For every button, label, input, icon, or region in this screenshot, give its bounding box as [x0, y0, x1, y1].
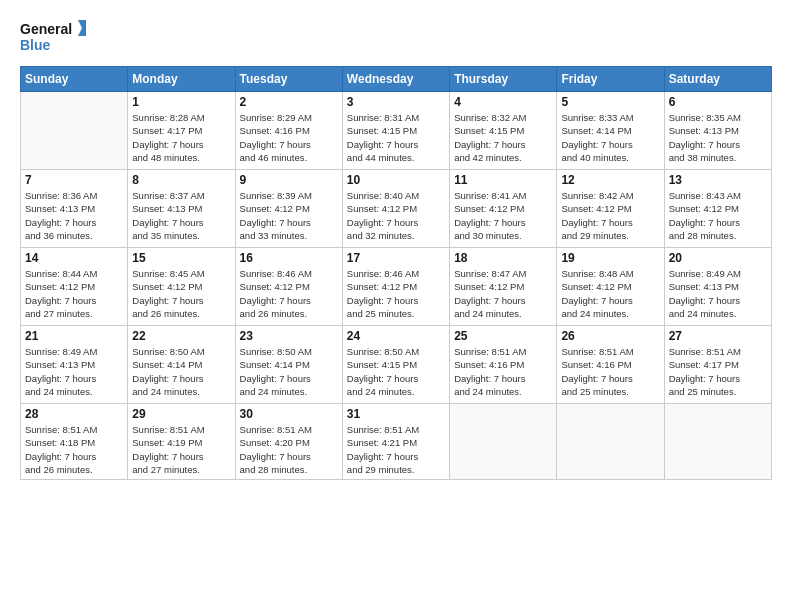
- day-number: 10: [347, 173, 445, 187]
- day-info: Sunrise: 8:51 AM Sunset: 4:16 PM Dayligh…: [454, 345, 552, 398]
- weekday-header-thursday: Thursday: [450, 67, 557, 92]
- calendar-cell: 8Sunrise: 8:37 AM Sunset: 4:13 PM Daylig…: [128, 170, 235, 248]
- calendar-cell: 15Sunrise: 8:45 AM Sunset: 4:12 PM Dayli…: [128, 248, 235, 326]
- calendar-cell: [664, 404, 771, 480]
- calendar-cell: 4Sunrise: 8:32 AM Sunset: 4:15 PM Daylig…: [450, 92, 557, 170]
- calendar-cell: 16Sunrise: 8:46 AM Sunset: 4:12 PM Dayli…: [235, 248, 342, 326]
- calendar-cell: 21Sunrise: 8:49 AM Sunset: 4:13 PM Dayli…: [21, 326, 128, 404]
- week-row-4: 21Sunrise: 8:49 AM Sunset: 4:13 PM Dayli…: [21, 326, 772, 404]
- calendar-cell: 30Sunrise: 8:51 AM Sunset: 4:20 PM Dayli…: [235, 404, 342, 480]
- day-info: Sunrise: 8:40 AM Sunset: 4:12 PM Dayligh…: [347, 189, 445, 242]
- weekday-header-wednesday: Wednesday: [342, 67, 449, 92]
- day-info: Sunrise: 8:41 AM Sunset: 4:12 PM Dayligh…: [454, 189, 552, 242]
- day-info: Sunrise: 8:51 AM Sunset: 4:21 PM Dayligh…: [347, 423, 445, 476]
- day-info: Sunrise: 8:50 AM Sunset: 4:14 PM Dayligh…: [240, 345, 338, 398]
- day-info: Sunrise: 8:44 AM Sunset: 4:12 PM Dayligh…: [25, 267, 123, 320]
- day-number: 13: [669, 173, 767, 187]
- calendar-cell: 22Sunrise: 8:50 AM Sunset: 4:14 PM Dayli…: [128, 326, 235, 404]
- calendar-table: SundayMondayTuesdayWednesdayThursdayFrid…: [20, 66, 772, 480]
- day-number: 16: [240, 251, 338, 265]
- day-info: Sunrise: 8:49 AM Sunset: 4:13 PM Dayligh…: [669, 267, 767, 320]
- calendar-cell: 17Sunrise: 8:46 AM Sunset: 4:12 PM Dayli…: [342, 248, 449, 326]
- day-number: 26: [561, 329, 659, 343]
- day-info: Sunrise: 8:50 AM Sunset: 4:15 PM Dayligh…: [347, 345, 445, 398]
- day-info: Sunrise: 8:42 AM Sunset: 4:12 PM Dayligh…: [561, 189, 659, 242]
- day-info: Sunrise: 8:33 AM Sunset: 4:14 PM Dayligh…: [561, 111, 659, 164]
- day-number: 12: [561, 173, 659, 187]
- day-info: Sunrise: 8:45 AM Sunset: 4:12 PM Dayligh…: [132, 267, 230, 320]
- day-number: 20: [669, 251, 767, 265]
- day-number: 2: [240, 95, 338, 109]
- calendar-cell: [21, 92, 128, 170]
- day-number: 1: [132, 95, 230, 109]
- day-info: Sunrise: 8:32 AM Sunset: 4:15 PM Dayligh…: [454, 111, 552, 164]
- calendar-cell: 20Sunrise: 8:49 AM Sunset: 4:13 PM Dayli…: [664, 248, 771, 326]
- day-info: Sunrise: 8:46 AM Sunset: 4:12 PM Dayligh…: [347, 267, 445, 320]
- logo: General Blue: [20, 18, 90, 56]
- day-info: Sunrise: 8:31 AM Sunset: 4:15 PM Dayligh…: [347, 111, 445, 164]
- weekday-header-saturday: Saturday: [664, 67, 771, 92]
- day-info: Sunrise: 8:51 AM Sunset: 4:20 PM Dayligh…: [240, 423, 338, 476]
- week-row-5: 28Sunrise: 8:51 AM Sunset: 4:18 PM Dayli…: [21, 404, 772, 480]
- day-info: Sunrise: 8:51 AM Sunset: 4:17 PM Dayligh…: [669, 345, 767, 398]
- week-row-3: 14Sunrise: 8:44 AM Sunset: 4:12 PM Dayli…: [21, 248, 772, 326]
- calendar-cell: 13Sunrise: 8:43 AM Sunset: 4:12 PM Dayli…: [664, 170, 771, 248]
- svg-text:Blue: Blue: [20, 37, 51, 53]
- day-number: 15: [132, 251, 230, 265]
- day-info: Sunrise: 8:36 AM Sunset: 4:13 PM Dayligh…: [25, 189, 123, 242]
- header: General Blue: [20, 18, 772, 56]
- calendar-cell: 29Sunrise: 8:51 AM Sunset: 4:19 PM Dayli…: [128, 404, 235, 480]
- day-number: 5: [561, 95, 659, 109]
- calendar-cell: 24Sunrise: 8:50 AM Sunset: 4:15 PM Dayli…: [342, 326, 449, 404]
- day-number: 9: [240, 173, 338, 187]
- day-number: 4: [454, 95, 552, 109]
- day-number: 23: [240, 329, 338, 343]
- calendar-cell: 25Sunrise: 8:51 AM Sunset: 4:16 PM Dayli…: [450, 326, 557, 404]
- day-info: Sunrise: 8:46 AM Sunset: 4:12 PM Dayligh…: [240, 267, 338, 320]
- logo-icon: General Blue: [20, 18, 90, 56]
- calendar-cell: [557, 404, 664, 480]
- calendar-cell: 26Sunrise: 8:51 AM Sunset: 4:16 PM Dayli…: [557, 326, 664, 404]
- day-number: 7: [25, 173, 123, 187]
- calendar-page: General Blue SundayMondayTuesdayWednesda…: [0, 0, 792, 612]
- day-number: 28: [25, 407, 123, 421]
- day-info: Sunrise: 8:39 AM Sunset: 4:12 PM Dayligh…: [240, 189, 338, 242]
- day-number: 11: [454, 173, 552, 187]
- svg-marker-2: [78, 20, 86, 36]
- day-number: 22: [132, 329, 230, 343]
- calendar-cell: 1Sunrise: 8:28 AM Sunset: 4:17 PM Daylig…: [128, 92, 235, 170]
- svg-text:General: General: [20, 21, 72, 37]
- weekday-header-tuesday: Tuesday: [235, 67, 342, 92]
- calendar-cell: 18Sunrise: 8:47 AM Sunset: 4:12 PM Dayli…: [450, 248, 557, 326]
- calendar-cell: 3Sunrise: 8:31 AM Sunset: 4:15 PM Daylig…: [342, 92, 449, 170]
- day-info: Sunrise: 8:48 AM Sunset: 4:12 PM Dayligh…: [561, 267, 659, 320]
- calendar-cell: 10Sunrise: 8:40 AM Sunset: 4:12 PM Dayli…: [342, 170, 449, 248]
- weekday-header-sunday: Sunday: [21, 67, 128, 92]
- day-info: Sunrise: 8:43 AM Sunset: 4:12 PM Dayligh…: [669, 189, 767, 242]
- calendar-cell: 19Sunrise: 8:48 AM Sunset: 4:12 PM Dayli…: [557, 248, 664, 326]
- day-info: Sunrise: 8:35 AM Sunset: 4:13 PM Dayligh…: [669, 111, 767, 164]
- day-number: 27: [669, 329, 767, 343]
- calendar-cell: [450, 404, 557, 480]
- day-number: 8: [132, 173, 230, 187]
- day-number: 17: [347, 251, 445, 265]
- day-info: Sunrise: 8:49 AM Sunset: 4:13 PM Dayligh…: [25, 345, 123, 398]
- calendar-cell: 14Sunrise: 8:44 AM Sunset: 4:12 PM Dayli…: [21, 248, 128, 326]
- day-number: 31: [347, 407, 445, 421]
- week-row-2: 7Sunrise: 8:36 AM Sunset: 4:13 PM Daylig…: [21, 170, 772, 248]
- day-number: 30: [240, 407, 338, 421]
- calendar-cell: 2Sunrise: 8:29 AM Sunset: 4:16 PM Daylig…: [235, 92, 342, 170]
- day-info: Sunrise: 8:47 AM Sunset: 4:12 PM Dayligh…: [454, 267, 552, 320]
- day-info: Sunrise: 8:29 AM Sunset: 4:16 PM Dayligh…: [240, 111, 338, 164]
- day-number: 25: [454, 329, 552, 343]
- day-number: 14: [25, 251, 123, 265]
- day-number: 18: [454, 251, 552, 265]
- calendar-cell: 31Sunrise: 8:51 AM Sunset: 4:21 PM Dayli…: [342, 404, 449, 480]
- calendar-cell: 5Sunrise: 8:33 AM Sunset: 4:14 PM Daylig…: [557, 92, 664, 170]
- day-number: 24: [347, 329, 445, 343]
- calendar-cell: 27Sunrise: 8:51 AM Sunset: 4:17 PM Dayli…: [664, 326, 771, 404]
- day-number: 19: [561, 251, 659, 265]
- day-number: 21: [25, 329, 123, 343]
- calendar-cell: 7Sunrise: 8:36 AM Sunset: 4:13 PM Daylig…: [21, 170, 128, 248]
- day-info: Sunrise: 8:51 AM Sunset: 4:19 PM Dayligh…: [132, 423, 230, 476]
